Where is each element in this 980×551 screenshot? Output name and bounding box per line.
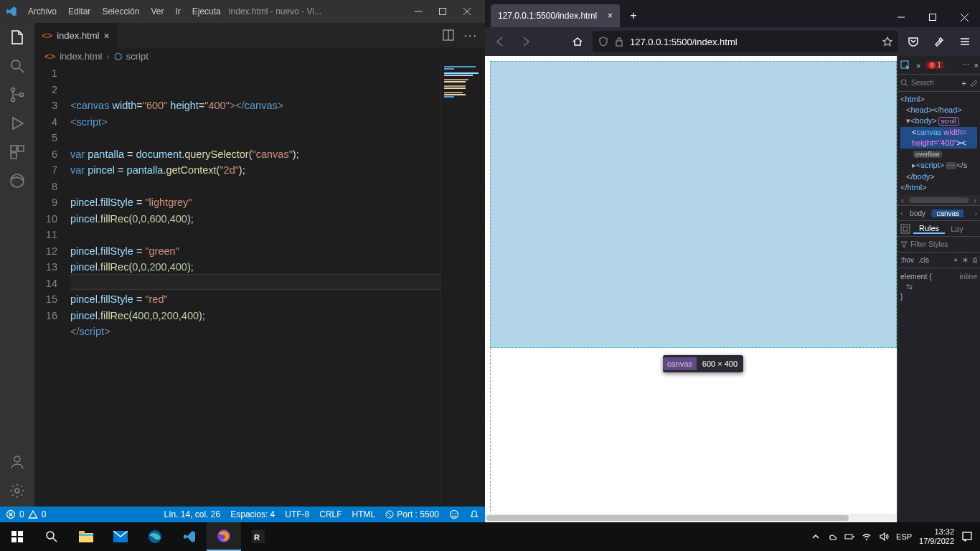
cursor-position[interactable]: Lín. 14, col. 26 <box>164 509 220 519</box>
menu-edit[interactable]: Editar <box>63 4 95 19</box>
account-icon[interactable] <box>9 453 26 471</box>
breadcrumb-body[interactable]: body <box>905 209 930 217</box>
vscode-button[interactable] <box>172 522 207 551</box>
maximize-button[interactable] <box>430 1 455 22</box>
back-button[interactable] <box>489 31 511 52</box>
language-mode[interactable]: HTML <box>352 509 376 519</box>
hov-toggle[interactable]: :hov <box>900 256 914 264</box>
menu-go[interactable]: Ir <box>170 4 185 19</box>
inspector-highlight-ext <box>490 348 491 522</box>
search-icon[interactable] <box>9 57 26 75</box>
menu-run[interactable]: Ejecuta <box>187 4 226 19</box>
layout-tab[interactable]: Lay <box>945 225 969 233</box>
minimize-button[interactable] <box>406 1 430 22</box>
minimap[interactable] <box>440 64 485 507</box>
notifications-icon[interactable] <box>961 531 973 542</box>
file-explorer-button[interactable] <box>69 522 103 551</box>
pocket-button[interactable] <box>903 31 924 52</box>
close-button[interactable] <box>455 1 479 22</box>
shield-icon[interactable] <box>598 37 608 47</box>
menu-selection[interactable]: Selección <box>97 4 144 19</box>
close-devtools-icon[interactable]: × <box>974 61 979 70</box>
live-server-port[interactable]: Port : 5500 <box>385 509 439 519</box>
problems-status[interactable]: 0 0 <box>6 509 46 519</box>
inspector-picker-icon[interactable] <box>899 59 912 72</box>
error-icon <box>6 509 16 519</box>
edge-button[interactable] <box>138 522 172 551</box>
explorer-icon[interactable] <box>9 29 26 46</box>
language-indicator[interactable]: ESP <box>896 532 912 541</box>
breadcrumb[interactable]: <> index.html › ⬡ script <box>34 48 485 64</box>
feedback-icon[interactable] <box>449 509 459 519</box>
onedrive-icon[interactable] <box>827 532 837 542</box>
url-bar[interactable]: 127.0.0.1:5500/index.html <box>593 31 898 52</box>
close-button[interactable] <box>948 7 980 27</box>
menu-view[interactable]: Ver <box>146 4 169 19</box>
print-icon[interactable]: ⎙ <box>973 256 977 264</box>
svg-point-23 <box>452 513 453 514</box>
battery-icon[interactable] <box>844 532 854 542</box>
light-dark-icon[interactable]: ☀ <box>962 256 969 264</box>
tab-close-icon[interactable]: × <box>608 11 613 21</box>
search-input[interactable]: Search <box>911 79 934 87</box>
svg-rect-45 <box>79 531 85 534</box>
settings-icon[interactable] <box>9 482 26 499</box>
chevron-up-icon[interactable] <box>811 532 820 541</box>
chevron-right-icon[interactable]: » <box>916 61 920 70</box>
indentation[interactable]: Espacios: 4 <box>230 509 275 519</box>
menu-button[interactable] <box>954 31 976 52</box>
horizontal-scrollbar[interactable] <box>485 514 897 522</box>
minimize-button[interactable] <box>885 7 917 27</box>
dom-tree[interactable]: <html> <head></head> ▾<body>scroll <canv… <box>897 92 980 195</box>
add-button[interactable]: + <box>962 79 966 88</box>
vscode-window: Archivo Editar Selección Ver Ir Ejecuta … <box>0 0 485 522</box>
devtools-breadcrumb[interactable]: ‹ body › canvas › <box>897 205 980 221</box>
volume-icon[interactable] <box>879 532 889 542</box>
edge-icon[interactable] <box>9 172 26 189</box>
start-button[interactable] <box>0 522 34 551</box>
lock-icon[interactable] <box>614 37 624 47</box>
bookmark-star-icon[interactable] <box>882 37 892 47</box>
rules-panel[interactable]: element {inline ⇆ } <box>897 268 980 304</box>
wifi-icon[interactable] <box>862 532 872 542</box>
error-badge[interactable]: !1 <box>925 61 945 69</box>
encoding[interactable]: UTF-8 <box>285 509 309 519</box>
source-control-icon[interactable] <box>9 86 26 103</box>
browser-tab[interactable]: 127.0.0.1:5500/index.html × <box>491 4 620 27</box>
split-editor-icon[interactable] <box>443 29 454 41</box>
forward-button[interactable] <box>515 31 537 52</box>
home-button[interactable] <box>567 31 588 52</box>
layout-icon[interactable] <box>900 224 910 234</box>
tree-scrollbar[interactable]: ‹› <box>897 195 980 205</box>
bell-icon[interactable] <box>469 509 479 519</box>
cls-toggle[interactable]: .cls <box>918 256 929 264</box>
breadcrumb-canvas[interactable]: canvas <box>932 209 963 217</box>
rules-tab[interactable]: Rules <box>913 224 945 234</box>
breadcrumb-file[interactable]: index.html <box>60 51 102 62</box>
clock[interactable]: 13:32 17/9/2022 <box>919 527 954 546</box>
tab-index-html[interactable]: <> index.html × <box>34 23 118 48</box>
code-content[interactable]: <canvas width="600" height="400"></canva… <box>70 64 440 507</box>
more-icon[interactable]: ⋯ <box>962 60 970 70</box>
mail-button[interactable] <box>103 522 138 551</box>
eyedropper-icon[interactable] <box>969 79 977 87</box>
breadcrumb-symbol[interactable]: script <box>126 51 149 62</box>
add-rule-button[interactable]: + <box>953 256 958 264</box>
firefox-button[interactable] <box>207 522 241 551</box>
extensions-icon[interactable] <box>9 143 26 161</box>
new-tab-button[interactable]: + <box>624 6 643 25</box>
browser-viewport[interactable]: canvas 600 × 400 <box>485 56 897 522</box>
svg-rect-41 <box>18 537 23 542</box>
code-editor[interactable]: 12345678910111213141516 <canvas width="6… <box>34 64 440 507</box>
more-actions-icon[interactable]: ··· <box>464 29 478 42</box>
maximize-button[interactable] <box>917 7 948 27</box>
search-button[interactable] <box>34 522 69 551</box>
tab-close-icon[interactable]: × <box>103 30 109 42</box>
filter-input[interactable]: Filter Styles <box>910 240 948 248</box>
run-debug-icon[interactable] <box>9 115 26 132</box>
reload-button[interactable]: <": fill="none" stroke="currentColor" st… <box>541 31 562 52</box>
app-button[interactable]: R <box>241 522 275 551</box>
menu-file[interactable]: Archivo <box>23 4 62 19</box>
eol[interactable]: CRLF <box>319 509 341 519</box>
devtools-button[interactable] <box>928 31 950 52</box>
